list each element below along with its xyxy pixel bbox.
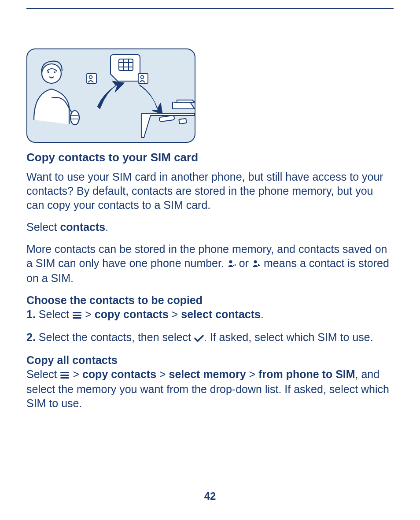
step1-end: . (261, 308, 264, 320)
svg-rect-26 (60, 372, 69, 373)
copyall-line: Select > copy contacts > select memory >… (26, 367, 394, 410)
svg-rect-25 (73, 317, 81, 319)
step1-select: Select (36, 308, 72, 320)
text-period: . (105, 221, 108, 233)
text-select: Select (26, 221, 60, 233)
step2-b: . If asked, select which SIM to use. (204, 331, 373, 343)
copyall-sep3: > (246, 368, 259, 380)
svg-rect-23 (73, 312, 81, 313)
contact-sim1-icon (227, 257, 236, 271)
sim-note-paragraph: More contacts can be stored in the phone… (26, 242, 394, 285)
copyall-heading: Copy all contacts (26, 353, 394, 367)
label-contacts: contacts (60, 221, 105, 233)
copyall-a: Select (26, 368, 60, 380)
copyall-sep1: > (70, 368, 82, 380)
svg-rect-24 (73, 315, 81, 316)
choose-heading: Choose the contacts to be copied (26, 293, 394, 307)
svg-rect-18 (233, 265, 234, 266)
step1-sep2: > (169, 308, 181, 320)
copyall-copy: copy contacts (82, 368, 156, 380)
copyall-selmem: select memory (169, 368, 246, 380)
step1-copy: copy contacts (95, 308, 169, 320)
svg-point-2 (54, 71, 55, 73)
menu-icon (60, 368, 70, 382)
intro-paragraph: Want to use your SIM card in another pho… (26, 170, 394, 212)
step1-sep1: > (82, 308, 95, 320)
svg-rect-27 (60, 375, 69, 376)
svg-rect-22 (259, 265, 260, 266)
svg-rect-15 (159, 115, 174, 122)
page-number: 42 (0, 490, 420, 502)
check-icon (194, 331, 204, 345)
svg-point-10 (89, 76, 92, 79)
figure-container (26, 48, 394, 143)
sim-note-or: or (236, 257, 252, 269)
svg-point-3 (70, 111, 79, 125)
svg-rect-4 (119, 59, 133, 71)
contact-sim2-icon (252, 257, 261, 271)
svg-rect-16 (179, 119, 186, 124)
svg-rect-19 (235, 264, 236, 266)
step1-selcontacts: select contacts (181, 308, 261, 320)
step-2: 2. Select the contacts, then select . If… (26, 330, 394, 345)
section-title: Copy contacts to your SIM card (26, 151, 394, 164)
menu-icon (72, 308, 82, 322)
svg-point-17 (229, 260, 232, 264)
step-1: 1. Select > copy contacts > select conta… (26, 307, 394, 322)
select-contacts-line: Select contacts. (26, 220, 394, 234)
svg-point-0 (42, 64, 61, 83)
illustration-sim-transfer (26, 48, 195, 143)
top-rule (26, 8, 394, 9)
copyall-phone2sim: from phone to SIM (258, 368, 355, 380)
step2-a: Select the contacts, then select (36, 331, 194, 343)
svg-point-20 (254, 260, 257, 264)
step1-num: 1. (26, 308, 36, 320)
svg-point-1 (48, 71, 49, 73)
manual-page: Copy contacts to your SIM card Want to u… (0, 0, 420, 520)
svg-point-13 (141, 76, 144, 79)
copyall-sep2: > (156, 368, 169, 380)
step2-num: 2. (26, 331, 36, 343)
svg-rect-28 (60, 377, 69, 379)
svg-rect-21 (258, 264, 259, 266)
